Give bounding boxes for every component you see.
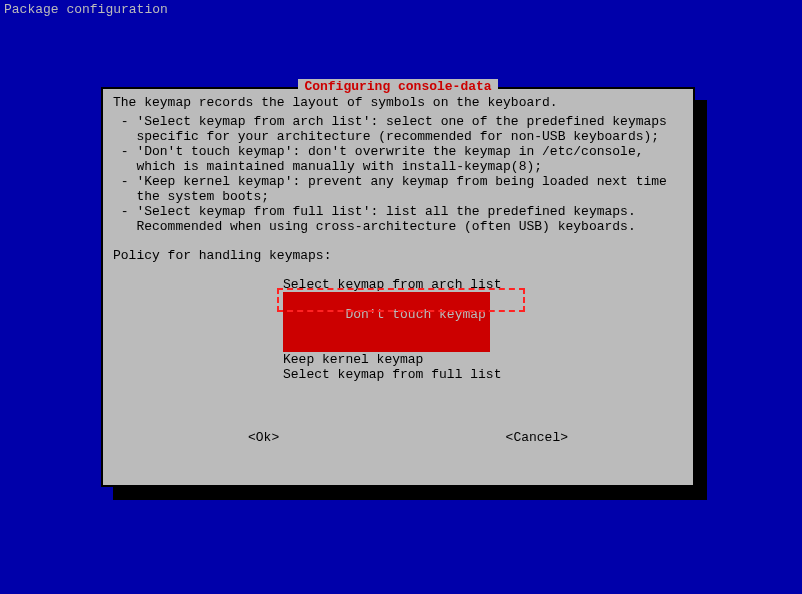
- bullet-list: - 'Select keymap from arch list': select…: [113, 114, 683, 234]
- ok-button[interactable]: <Ok>: [248, 430, 279, 445]
- option-dont-touch-keymap[interactable]: Don't touch keymap: [283, 292, 490, 352]
- dialog-description: The keymap records the layout of symbols…: [113, 95, 683, 110]
- option-select-arch-list[interactable]: Select keymap from arch list: [283, 277, 501, 292]
- buttons-row: <Ok> <Cancel>: [113, 430, 683, 445]
- config-dialog: Configuring console-data The keymap reco…: [101, 87, 695, 487]
- option-keep-kernel-keymap[interactable]: Keep kernel keymap: [283, 352, 423, 367]
- bullet-1-line-1: - 'Select keymap from arch list': select…: [113, 114, 683, 129]
- option-select-full-list[interactable]: Select keymap from full list: [283, 367, 501, 382]
- options-list: Select keymap from arch list Don't touch…: [113, 277, 683, 382]
- bullet-4-line-2: Recommended when using cross-architectur…: [113, 219, 683, 234]
- bullet-1-line-2: specific for your architecture (recommen…: [113, 129, 683, 144]
- bullet-2-line-2: which is maintained manually with instal…: [113, 159, 683, 174]
- dialog-body: The keymap records the layout of symbols…: [103, 89, 693, 455]
- bullet-4-line-1: - 'Select keymap from full list': list a…: [113, 204, 683, 219]
- bullet-2-line-1: - 'Don't touch keymap': don't overwrite …: [113, 144, 683, 159]
- bullet-3-line-1: - 'Keep kernel keymap': prevent any keym…: [113, 174, 683, 189]
- dialog-title: Configuring console-data: [298, 79, 497, 94]
- prompt-text: Policy for handling keymaps:: [113, 248, 683, 263]
- bullet-3-line-2: the system boots;: [113, 189, 683, 204]
- cancel-button[interactable]: <Cancel>: [506, 430, 568, 445]
- option-selected-label: Don't touch keymap: [345, 307, 485, 322]
- page-header: Package configuration: [0, 0, 802, 19]
- dialog-title-wrap: Configuring console-data: [103, 79, 693, 94]
